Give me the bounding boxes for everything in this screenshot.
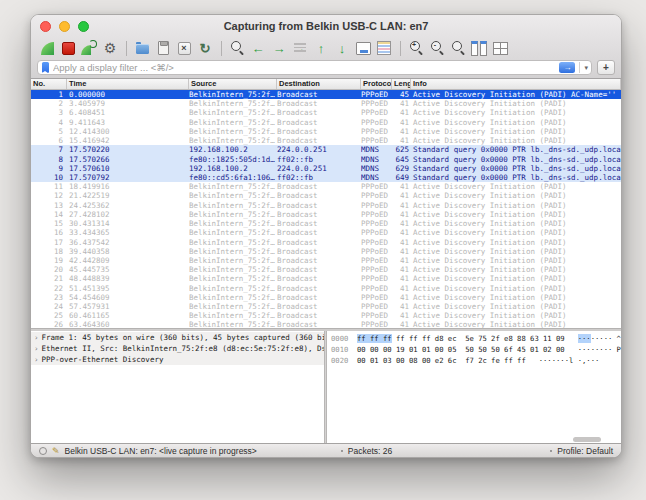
packet-row[interactable]: 49.411643BelkinIntern_75:2f…BroadcastPPP…	[31, 118, 621, 127]
expander-icon[interactable]: ›	[34, 344, 39, 353]
auto-scroll-icon[interactable]	[353, 38, 373, 58]
capture-start-icon[interactable]	[37, 38, 57, 58]
file-close-icon[interactable]	[174, 38, 194, 58]
capture-options-icon[interactable]: ⚙	[100, 38, 120, 58]
zoom-in-icon[interactable]: +	[406, 38, 426, 58]
packet-row[interactable]: 1017.570792fe80::cd5:6fa1:106…ff02::fbMD…	[31, 173, 621, 182]
packet-row[interactable]: 512.414300BelkinIntern_75:2f…BroadcastPP…	[31, 127, 621, 136]
column-header-length[interactable]: Length	[392, 79, 411, 89]
capture-comment-icon[interactable]: ✎	[52, 446, 60, 456]
packet-cell: 10	[31, 173, 67, 182]
packet-cell: 11	[31, 182, 67, 191]
packet-cell: Active Discovery Initiation (PADI) AC-Na…	[411, 90, 621, 99]
packet-row[interactable]: 817.570266fe80::1825:505d:1d…ff02::fbMDN…	[31, 155, 621, 164]
packet-row[interactable]: 2354.454609BelkinIntern_75:2f…BroadcastP…	[31, 293, 621, 302]
find-icon[interactable]	[227, 38, 247, 58]
packet-cell: Active Discovery Initiation (PADI)	[411, 191, 621, 200]
colorize-icon[interactable]	[374, 38, 394, 58]
hex-row[interactable]: 0000 ff ff ff ff ff ff d8 ec 5e 75 2f e8…	[331, 333, 621, 344]
packet-cell: MDNS	[361, 155, 392, 164]
zoom-original-icon[interactable]	[448, 38, 468, 58]
packet-row[interactable]: 2457.457931BelkinIntern_75:2f…BroadcastP…	[31, 302, 621, 311]
filter-bookmark-icon[interactable]	[42, 62, 49, 73]
hex-row[interactable]: 0010 00 00 00 19 01 01 00 05 50 50 50 6f…	[331, 344, 621, 355]
detail-tree-row[interactable]: ›Frame 1: 45 bytes on wire (360 bits), 4…	[31, 332, 324, 343]
packet-row[interactable]: 2148.448839BelkinIntern_75:2f…BroadcastP…	[31, 274, 621, 283]
packet-row[interactable]: 23.405979BelkinIntern_75:2f…BroadcastPPP…	[31, 99, 621, 108]
packet-row[interactable]: 1221.422519BelkinIntern_75:2f…BroadcastP…	[31, 191, 621, 200]
packet-row[interactable]: 917.570610192.168.100.2224.0.0.251MDNS62…	[31, 164, 621, 173]
profile-text[interactable]: Profile: Default	[557, 446, 613, 456]
reload-icon[interactable]: ↻	[195, 38, 215, 58]
filter-add-button[interactable]: +	[597, 60, 615, 75]
filter-dropdown-chevron-icon[interactable]: ▾	[579, 62, 588, 73]
packet-cell: 649	[392, 173, 411, 182]
go-previous-icon[interactable]: ←	[248, 38, 268, 58]
column-header-protocol[interactable]: Protocol	[361, 79, 392, 89]
file-open-icon[interactable]	[132, 38, 152, 58]
packet-row[interactable]: 2045.445735BelkinIntern_75:2f…BroadcastP…	[31, 265, 621, 274]
packet-row[interactable]: 1839.440358BelkinIntern_75:2f…BroadcastP…	[31, 247, 621, 256]
minimize-window-button[interactable]	[59, 21, 70, 32]
packet-cell: 645	[392, 155, 411, 164]
column-header-destination[interactable]: Destination	[277, 79, 361, 89]
packet-cell: 41	[392, 320, 411, 328]
packet-row[interactable]: 2560.461165BelkinIntern_75:2f…BroadcastP…	[31, 311, 621, 320]
packet-cell: ff02::fb	[277, 173, 361, 182]
expander-icon[interactable]: ›	[34, 333, 39, 342]
zoom-out-icon[interactable]: -	[427, 38, 447, 58]
packet-row[interactable]: 1427.428102BelkinIntern_75:2f…BroadcastP…	[31, 210, 621, 219]
packet-cell: 12	[31, 191, 67, 200]
packet-row[interactable]: 1118.419916BelkinIntern_75:2f…BroadcastP…	[31, 182, 621, 191]
expert-info-icon[interactable]	[39, 447, 47, 455]
detail-tree-row[interactable]: ›Ethernet II, Src: BelkinIntern_75:2f:e8…	[31, 343, 324, 354]
resize-columns-icon[interactable]	[469, 38, 489, 58]
packet-cell: BelkinIntern_75:2f…	[189, 90, 277, 99]
column-header-info[interactable]: Info	[411, 79, 621, 89]
column-header-no[interactable]: No.	[31, 79, 67, 89]
packet-list[interactable]: 10.000000BelkinIntern_75:2f…BroadcastPPP…	[31, 90, 621, 328]
packet-cell: Active Discovery Initiation (PADI)	[411, 265, 621, 274]
hex-row[interactable]: 0020 00 01 03 00 08 00 e2 6c f7 2c fe ff…	[331, 355, 621, 366]
go-to-packet-icon[interactable]: →	[290, 38, 310, 58]
go-first-icon[interactable]: ↑	[311, 38, 331, 58]
layout-icon[interactable]	[490, 38, 510, 58]
hex-offset: 0010	[331, 345, 348, 354]
column-header-source[interactable]: Source	[189, 79, 277, 89]
packet-row[interactable]: 10.000000BelkinIntern_75:2f…BroadcastPPP…	[31, 90, 621, 99]
packet-cell: PPPoED	[361, 320, 392, 328]
column-header-time[interactable]: Time	[67, 79, 189, 89]
zoom-window-button[interactable]	[78, 21, 89, 32]
titlebar[interactable]: Capturing from Belkin USB-C LAN: en7	[31, 15, 621, 37]
go-last-icon[interactable]: ↓	[332, 38, 352, 58]
packet-cell: Active Discovery Initiation (PADI)	[411, 284, 621, 293]
capture-restart-icon[interactable]	[79, 38, 99, 58]
packet-cell: 7	[31, 145, 67, 154]
packet-cell: 41	[392, 210, 411, 219]
packet-bytes-pane[interactable]: 0000 ff ff ff ff ff ff d8 ec 5e 75 2f e8…	[327, 331, 621, 443]
packet-row[interactable]: 1324.425362BelkinIntern_75:2f…BroadcastP…	[31, 201, 621, 210]
packet-row[interactable]: 2663.464360BelkinIntern_75:2f…BroadcastP…	[31, 320, 621, 328]
packet-cell: Active Discovery Initiation (PADI)	[411, 238, 621, 247]
detail-tree-row[interactable]: ›PPP-over-Ethernet Discovery	[31, 354, 324, 365]
packet-cell: fe80::1825:505d:1d…	[189, 155, 277, 164]
hex-horizontal-scrollbar[interactable]	[573, 437, 601, 442]
capture-stop-icon[interactable]	[58, 38, 78, 58]
packet-row[interactable]: 2251.451395BelkinIntern_75:2f…BroadcastP…	[31, 284, 621, 293]
go-next-icon[interactable]: →	[269, 38, 289, 58]
packet-row[interactable]: 717.570220192.168.100.2224.0.0.251MDNS62…	[31, 145, 621, 154]
packet-cell: PPPoED	[361, 210, 392, 219]
packet-row[interactable]: 36.408451BelkinIntern_75:2f…BroadcastPPP…	[31, 108, 621, 117]
packet-row[interactable]: 1942.442809BelkinIntern_75:2f…BroadcastP…	[31, 256, 621, 265]
close-window-button[interactable]	[40, 21, 51, 32]
filter-apply-button[interactable]: →	[559, 62, 575, 73]
expander-icon[interactable]: ›	[34, 355, 39, 364]
file-save-icon[interactable]	[153, 38, 173, 58]
packet-detail-pane[interactable]: ›Frame 1: 45 bytes on wire (360 bits), 4…	[31, 331, 324, 443]
packet-row[interactable]: 1530.431314BelkinIntern_75:2f…BroadcastP…	[31, 219, 621, 228]
hex-offset: 0020	[331, 356, 348, 365]
display-filter-input[interactable]: Apply a display filter ... <⌘/> → ▾	[37, 60, 592, 75]
packet-row[interactable]: 1633.434365BelkinIntern_75:2f…BroadcastP…	[31, 228, 621, 237]
packet-row[interactable]: 1736.437542BelkinIntern_75:2f…BroadcastP…	[31, 238, 621, 247]
packet-row[interactable]: 615.416942BelkinIntern_75:2f…BroadcastPP…	[31, 136, 621, 145]
